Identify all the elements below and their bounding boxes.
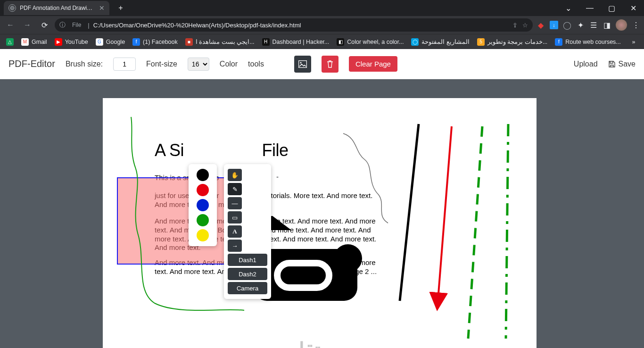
khamsat-icon: 5 — [477, 38, 485, 46]
pdf-editor-app: PDF-Editor Brush size: Font-size 16 Colo… — [0, 49, 644, 348]
gmail-icon: M — [21, 38, 29, 46]
bookmark-item[interactable]: ◯المشاريع المفتوحة — [409, 37, 471, 47]
delete-button[interactable] — [322, 56, 339, 73]
brush-size-input[interactable] — [113, 58, 136, 71]
drive-icon: △ — [6, 38, 14, 46]
font-size-select[interactable]: 16 — [188, 58, 209, 71]
facebook-icon: f — [555, 38, 562, 46]
facebook-icon: f — [132, 38, 140, 46]
profile-avatar[interactable] — [616, 19, 627, 31]
kebab-icon[interactable]: ⋮ — [632, 21, 640, 29]
browser-navbar: ← → ⟳ ⓘ File | C:/Users/Omar/OneDrive%20… — [0, 16, 644, 34]
color-swatch-red[interactable] — [197, 184, 209, 196]
bookmark-item[interactable]: △ — [4, 37, 16, 47]
tab-title: PDF Annotation And Drawing M — [20, 5, 95, 11]
svg-point-4 — [334, 244, 362, 273]
reload-icon[interactable]: ⟳ — [38, 18, 51, 32]
upload-button[interactable]: Upload — [574, 60, 598, 68]
window-minimize[interactable]: — — [579, 0, 601, 16]
svg-point-2 — [300, 62, 301, 63]
tools-popover: ✋ ✎ — ▭ A → Dash1 Dash2 Camera — [224, 164, 271, 299]
google-icon: G — [96, 38, 103, 46]
color-swatch-yellow[interactable] — [197, 229, 209, 241]
new-tab-button[interactable]: + — [114, 1, 127, 15]
sidepanel-icon[interactable]: ◨ — [603, 21, 611, 29]
url-path: C:/Users/Omar/OneDrive%20-%20Helwan(Arts… — [93, 22, 301, 29]
annotation-dash1[interactable] — [468, 126, 482, 339]
annotation-layer — [103, 98, 537, 348]
ext-icon-1[interactable]: ◆ — [537, 21, 545, 29]
bookmark-item[interactable]: GGoogle — [93, 37, 127, 47]
hand-tool[interactable]: ✋ — [228, 169, 242, 181]
camera-tool[interactable]: Camera — [228, 282, 267, 294]
clear-page-button[interactable]: Clear Page — [349, 56, 397, 72]
browser-tab[interactable]: PDF Annotation And Drawing M ✕ — [4, 1, 109, 15]
line-tool[interactable]: — — [228, 197, 242, 209]
tools-menu[interactable]: tools — [248, 60, 264, 68]
bookmark-item[interactable]: ▶YouTube — [52, 37, 91, 47]
rect-tool[interactable]: ▭ — [228, 211, 242, 224]
dash2-tool[interactable]: Dash2 — [228, 268, 267, 280]
save-icon — [608, 60, 616, 68]
image-button[interactable] — [294, 56, 311, 73]
svg-rect-1 — [298, 60, 306, 67]
reading-list-icon[interactable]: ☰ — [589, 21, 598, 29]
star-icon[interactable]: ☆ — [522, 22, 528, 29]
extensions-icon[interactable]: ✦ — [576, 21, 585, 29]
globe-icon — [8, 4, 16, 12]
annotation-dash2[interactable] — [506, 124, 508, 339]
arrow-tool[interactable]: → — [228, 240, 242, 252]
bookmark-item[interactable]: MGmail — [19, 37, 50, 47]
browser-titlebar: PDF Annotation And Drawing M ✕ + ⌄ — ▢ ✕ — [0, 0, 644, 16]
color-swatch-black[interactable] — [197, 169, 209, 181]
color-swatch-blue[interactable] — [197, 199, 209, 211]
share-icon[interactable]: ⇪ — [512, 22, 518, 29]
forward-icon[interactable]: → — [21, 18, 34, 32]
color-swatch-green[interactable] — [197, 214, 209, 226]
mostaql-icon: ◯ — [411, 38, 419, 46]
save-button[interactable]: Save — [608, 60, 636, 68]
annotation-scribble[interactable] — [343, 133, 388, 223]
window-chevron[interactable]: ⌄ — [557, 0, 579, 16]
font-size-label: Font-size — [146, 60, 177, 68]
back-icon[interactable]: ← — [4, 18, 17, 32]
color-menu[interactable]: Color — [220, 60, 238, 68]
bookmark-item[interactable]: 5خدمات برمجة وتطوير... — [475, 37, 550, 47]
bookmark-item[interactable]: f(1) Facebook — [130, 37, 180, 47]
bookmark-item[interactable]: ■ايجي بست مشاهدة ا... — [183, 37, 257, 47]
youtube-icon: ▶ — [55, 38, 62, 46]
color-palette-popover — [189, 164, 217, 246]
close-icon[interactable]: ✕ — [99, 4, 105, 12]
bookmark-item[interactable]: HDashboard | Hacker... — [260, 37, 332, 47]
site-icon: ■ — [185, 38, 193, 46]
url-scheme: File — [69, 21, 84, 29]
pencil-tool[interactable]: ✎ — [228, 183, 242, 195]
bookmark-item[interactable]: ◧Color wheel, a color... — [334, 37, 406, 47]
bookmarks-bar: △ MGmail ▶YouTube GGoogle f(1) Facebook … — [0, 34, 644, 49]
bookmarks-overflow[interactable]: » — [627, 39, 640, 45]
app-brand: PDF-Editor — [8, 58, 55, 69]
watermark: مستقل mostaql.com — [288, 338, 352, 348]
dash1-tool[interactable]: Dash1 — [228, 254, 267, 266]
bookmark-item[interactable]: fRoute web courses... — [553, 37, 623, 47]
annotation-line-black[interactable] — [400, 124, 419, 301]
canvas-area[interactable]: A Simple PDF File This is a small demo j… — [0, 79, 644, 348]
address-bar[interactable]: ⓘ File | C:/Users/Omar/OneDrive%20-%20He… — [55, 18, 533, 32]
hackerrank-icon: H — [262, 38, 270, 46]
colorwheel-icon: ◧ — [337, 38, 344, 46]
window-close[interactable]: ✕ — [622, 0, 644, 16]
app-toolbar: PDF-Editor Brush size: Font-size 16 Colo… — [0, 49, 644, 79]
pdf-page[interactable]: A Simple PDF File This is a small demo j… — [103, 98, 537, 348]
annotation-arrow-red[interactable] — [438, 126, 452, 306]
window-maximize[interactable]: ▢ — [601, 0, 622, 16]
text-tool[interactable]: A — [228, 225, 242, 238]
ext-icon-3[interactable]: ◯ — [563, 21, 571, 29]
info-icon: ⓘ — [59, 21, 66, 29]
brush-size-label: Brush size: — [66, 60, 103, 68]
ext-icon-2[interactable]: ↓ — [550, 21, 558, 29]
